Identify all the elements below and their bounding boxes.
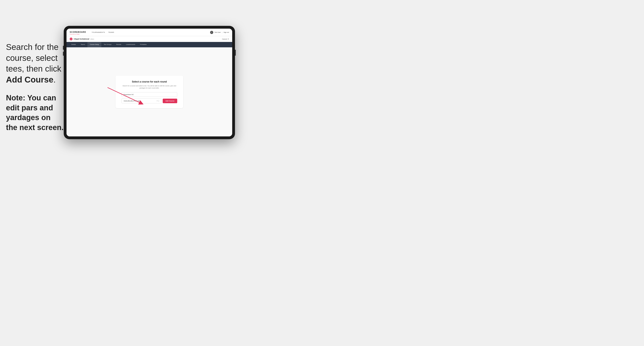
tab-course-setup[interactable]: Course Setup [88,42,101,47]
tee-arrows: ▲ ▼ [158,100,159,102]
main-content: Select a course for each round Search fo… [66,47,232,136]
tab-teams[interactable]: Teams [78,42,88,47]
note-text: Note: You can edit pars and yardages on … [6,93,64,133]
tab-leaderboards[interactable]: Leaderboards [124,42,138,47]
pipe-divider: | [222,31,222,33]
nav-tournaments[interactable]: TOURNAMENTS [92,31,105,33]
user-area: T Test User | Sign out [210,31,229,34]
tee-select-row: Gold (M) (M) (7010 yds) ✕ ▲ ▼ Add Course [122,98,177,103]
tee-controls: ✕ ▲ ▼ [156,100,159,102]
add-course-button[interactable]: Add Course [163,99,177,103]
tournament-bar: C Clippd Invitational (Men) Cancel ✕ [66,36,232,42]
logo: SCOREBOARD Powered by clippd [70,30,86,35]
tournament-icon: C [70,38,72,40]
tab-tee-groups[interactable]: Tee Groups [101,42,114,47]
tablet-screen: SCOREBOARD Powered by clippd TOURNAMENTS… [66,29,232,136]
user-avatar: T [210,31,213,34]
card-subtitle: Search for a course and select a tee. Yo… [122,85,177,89]
tee-value: Gold (M) (M) (7010 yds) [124,100,140,102]
tab-printables[interactable]: Printables [138,42,149,47]
course-card: Select a course for each round Search fo… [116,76,183,108]
instruction-text: Search for the course, select tees, then… [6,42,64,85]
power-button [235,50,236,56]
vol-button-2 [63,52,64,56]
tab-bar: Details Teams Course Setup Tee Groups Re… [66,42,232,47]
tournament-name: Clippd Invitational [74,38,89,40]
tournament-title: C Clippd Invitational (Men) [70,38,94,40]
tablet-device: SCOREBOARD Powered by clippd TOURNAMENTS… [64,26,235,139]
tee-select[interactable]: Gold (M) (M) (7010 yds) ✕ ▲ ▼ [122,98,162,103]
tee-arrow-down[interactable]: ▼ [158,101,159,102]
sign-out-link[interactable]: Sign out [224,31,229,33]
vol-button-1 [63,46,64,50]
nav-links: TOURNAMENTS TEAMS [92,31,114,33]
tee-clear-icon[interactable]: ✕ [156,100,158,102]
instruction-panel: Search for the course, select tees, then… [6,42,64,140]
tournament-gender: (Men) [90,38,94,40]
course-search-input[interactable] [122,92,177,97]
card-title: Select a course for each round [122,80,177,83]
tab-details[interactable]: Details [69,42,78,47]
cancel-button[interactable]: Cancel ✕ [222,38,229,40]
logo-area: SCOREBOARD Powered by clippd TOURNAMENTS… [70,30,114,35]
nav-teams[interactable]: TEAMS [108,31,114,33]
user-name: Test User [214,31,221,33]
tab-results[interactable]: Results [114,42,124,47]
top-nav: SCOREBOARD Powered by clippd TOURNAMENTS… [66,29,232,36]
